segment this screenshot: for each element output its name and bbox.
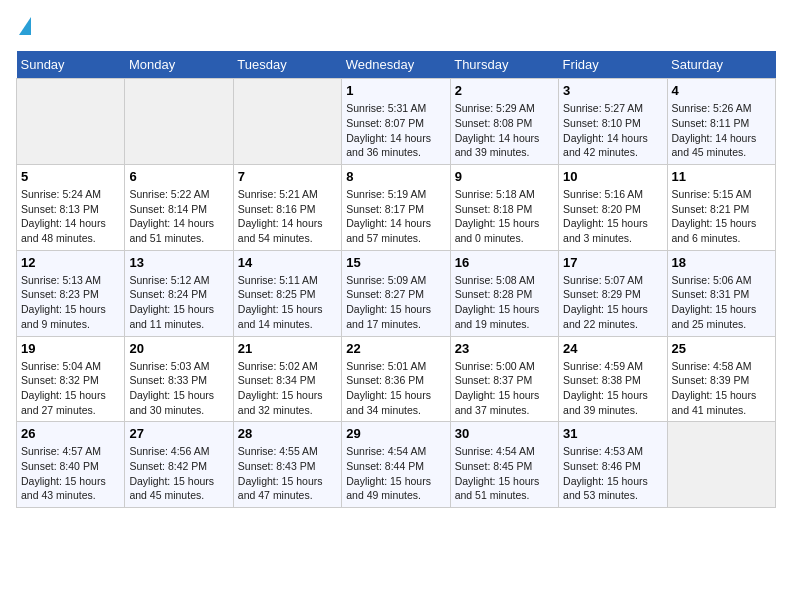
logo (16, 16, 31, 41)
calendar-cell: 28Sunrise: 4:55 AM Sunset: 8:43 PM Dayli… (233, 422, 341, 508)
calendar-cell: 5Sunrise: 5:24 AM Sunset: 8:13 PM Daylig… (17, 165, 125, 251)
day-number: 15 (346, 255, 445, 270)
calendar-cell (667, 422, 775, 508)
day-header-tuesday: Tuesday (233, 51, 341, 79)
days-of-week-row: SundayMondayTuesdayWednesdayThursdayFrid… (17, 51, 776, 79)
calendar-cell (125, 79, 233, 165)
calendar-cell: 20Sunrise: 5:03 AM Sunset: 8:33 PM Dayli… (125, 336, 233, 422)
cell-content: Sunrise: 5:24 AM Sunset: 8:13 PM Dayligh… (21, 187, 120, 246)
calendar-cell: 29Sunrise: 4:54 AM Sunset: 8:44 PM Dayli… (342, 422, 450, 508)
calendar-cell: 30Sunrise: 4:54 AM Sunset: 8:45 PM Dayli… (450, 422, 558, 508)
day-number: 9 (455, 169, 554, 184)
cell-content: Sunrise: 5:26 AM Sunset: 8:11 PM Dayligh… (672, 101, 771, 160)
calendar-cell: 14Sunrise: 5:11 AM Sunset: 8:25 PM Dayli… (233, 250, 341, 336)
cell-content: Sunrise: 5:29 AM Sunset: 8:08 PM Dayligh… (455, 101, 554, 160)
cell-content: Sunrise: 5:06 AM Sunset: 8:31 PM Dayligh… (672, 273, 771, 332)
calendar-cell: 23Sunrise: 5:00 AM Sunset: 8:37 PM Dayli… (450, 336, 558, 422)
day-number: 3 (563, 83, 662, 98)
day-number: 20 (129, 341, 228, 356)
calendar-cell: 13Sunrise: 5:12 AM Sunset: 8:24 PM Dayli… (125, 250, 233, 336)
calendar-cell: 31Sunrise: 4:53 AM Sunset: 8:46 PM Dayli… (559, 422, 667, 508)
day-number: 26 (21, 426, 120, 441)
cell-content: Sunrise: 5:31 AM Sunset: 8:07 PM Dayligh… (346, 101, 445, 160)
calendar-table: SundayMondayTuesdayWednesdayThursdayFrid… (16, 51, 776, 508)
cell-content: Sunrise: 5:00 AM Sunset: 8:37 PM Dayligh… (455, 359, 554, 418)
day-number: 13 (129, 255, 228, 270)
calendar-cell: 16Sunrise: 5:08 AM Sunset: 8:28 PM Dayli… (450, 250, 558, 336)
calendar-cell (233, 79, 341, 165)
calendar-cell: 7Sunrise: 5:21 AM Sunset: 8:16 PM Daylig… (233, 165, 341, 251)
calendar-cell: 9Sunrise: 5:18 AM Sunset: 8:18 PM Daylig… (450, 165, 558, 251)
calendar-cell: 12Sunrise: 5:13 AM Sunset: 8:23 PM Dayli… (17, 250, 125, 336)
week-row-1: 1Sunrise: 5:31 AM Sunset: 8:07 PM Daylig… (17, 79, 776, 165)
cell-content: Sunrise: 4:53 AM Sunset: 8:46 PM Dayligh… (563, 444, 662, 503)
day-number: 10 (563, 169, 662, 184)
day-number: 6 (129, 169, 228, 184)
cell-content: Sunrise: 5:07 AM Sunset: 8:29 PM Dayligh… (563, 273, 662, 332)
day-header-saturday: Saturday (667, 51, 775, 79)
calendar-cell: 17Sunrise: 5:07 AM Sunset: 8:29 PM Dayli… (559, 250, 667, 336)
calendar-cell: 4Sunrise: 5:26 AM Sunset: 8:11 PM Daylig… (667, 79, 775, 165)
cell-content: Sunrise: 4:58 AM Sunset: 8:39 PM Dayligh… (672, 359, 771, 418)
calendar-cell: 8Sunrise: 5:19 AM Sunset: 8:17 PM Daylig… (342, 165, 450, 251)
calendar-cell: 27Sunrise: 4:56 AM Sunset: 8:42 PM Dayli… (125, 422, 233, 508)
day-number: 29 (346, 426, 445, 441)
day-header-monday: Monday (125, 51, 233, 79)
calendar-cell: 11Sunrise: 5:15 AM Sunset: 8:21 PM Dayli… (667, 165, 775, 251)
calendar-header: SundayMondayTuesdayWednesdayThursdayFrid… (17, 51, 776, 79)
day-number: 11 (672, 169, 771, 184)
cell-content: Sunrise: 5:01 AM Sunset: 8:36 PM Dayligh… (346, 359, 445, 418)
day-number: 23 (455, 341, 554, 356)
calendar-cell: 6Sunrise: 5:22 AM Sunset: 8:14 PM Daylig… (125, 165, 233, 251)
day-number: 16 (455, 255, 554, 270)
cell-content: Sunrise: 5:19 AM Sunset: 8:17 PM Dayligh… (346, 187, 445, 246)
day-number: 8 (346, 169, 445, 184)
cell-content: Sunrise: 5:15 AM Sunset: 8:21 PM Dayligh… (672, 187, 771, 246)
day-number: 5 (21, 169, 120, 184)
calendar-cell: 18Sunrise: 5:06 AM Sunset: 8:31 PM Dayli… (667, 250, 775, 336)
cell-content: Sunrise: 4:57 AM Sunset: 8:40 PM Dayligh… (21, 444, 120, 503)
week-row-5: 26Sunrise: 4:57 AM Sunset: 8:40 PM Dayli… (17, 422, 776, 508)
cell-content: Sunrise: 4:59 AM Sunset: 8:38 PM Dayligh… (563, 359, 662, 418)
calendar-cell: 3Sunrise: 5:27 AM Sunset: 8:10 PM Daylig… (559, 79, 667, 165)
day-number: 19 (21, 341, 120, 356)
calendar-cell: 1Sunrise: 5:31 AM Sunset: 8:07 PM Daylig… (342, 79, 450, 165)
cell-content: Sunrise: 4:54 AM Sunset: 8:45 PM Dayligh… (455, 444, 554, 503)
cell-content: Sunrise: 5:12 AM Sunset: 8:24 PM Dayligh… (129, 273, 228, 332)
cell-content: Sunrise: 5:21 AM Sunset: 8:16 PM Dayligh… (238, 187, 337, 246)
calendar-cell: 19Sunrise: 5:04 AM Sunset: 8:32 PM Dayli… (17, 336, 125, 422)
cell-content: Sunrise: 5:16 AM Sunset: 8:20 PM Dayligh… (563, 187, 662, 246)
cell-content: Sunrise: 4:56 AM Sunset: 8:42 PM Dayligh… (129, 444, 228, 503)
day-number: 4 (672, 83, 771, 98)
cell-content: Sunrise: 5:08 AM Sunset: 8:28 PM Dayligh… (455, 273, 554, 332)
cell-content: Sunrise: 5:18 AM Sunset: 8:18 PM Dayligh… (455, 187, 554, 246)
week-row-3: 12Sunrise: 5:13 AM Sunset: 8:23 PM Dayli… (17, 250, 776, 336)
calendar-cell (17, 79, 125, 165)
cell-content: Sunrise: 5:09 AM Sunset: 8:27 PM Dayligh… (346, 273, 445, 332)
week-row-4: 19Sunrise: 5:04 AM Sunset: 8:32 PM Dayli… (17, 336, 776, 422)
day-number: 31 (563, 426, 662, 441)
day-number: 17 (563, 255, 662, 270)
cell-content: Sunrise: 5:03 AM Sunset: 8:33 PM Dayligh… (129, 359, 228, 418)
day-number: 21 (238, 341, 337, 356)
calendar-cell: 25Sunrise: 4:58 AM Sunset: 8:39 PM Dayli… (667, 336, 775, 422)
cell-content: Sunrise: 5:22 AM Sunset: 8:14 PM Dayligh… (129, 187, 228, 246)
day-header-friday: Friday (559, 51, 667, 79)
day-header-wednesday: Wednesday (342, 51, 450, 79)
cell-content: Sunrise: 5:27 AM Sunset: 8:10 PM Dayligh… (563, 101, 662, 160)
week-row-2: 5Sunrise: 5:24 AM Sunset: 8:13 PM Daylig… (17, 165, 776, 251)
cell-content: Sunrise: 4:55 AM Sunset: 8:43 PM Dayligh… (238, 444, 337, 503)
cell-content: Sunrise: 5:13 AM Sunset: 8:23 PM Dayligh… (21, 273, 120, 332)
logo-triangle-icon (19, 17, 31, 35)
day-number: 27 (129, 426, 228, 441)
day-number: 2 (455, 83, 554, 98)
day-number: 28 (238, 426, 337, 441)
calendar-cell: 24Sunrise: 4:59 AM Sunset: 8:38 PM Dayli… (559, 336, 667, 422)
calendar-body: 1Sunrise: 5:31 AM Sunset: 8:07 PM Daylig… (17, 79, 776, 508)
day-header-sunday: Sunday (17, 51, 125, 79)
calendar-cell: 2Sunrise: 5:29 AM Sunset: 8:08 PM Daylig… (450, 79, 558, 165)
day-number: 25 (672, 341, 771, 356)
calendar-cell: 21Sunrise: 5:02 AM Sunset: 8:34 PM Dayli… (233, 336, 341, 422)
day-number: 7 (238, 169, 337, 184)
day-number: 22 (346, 341, 445, 356)
